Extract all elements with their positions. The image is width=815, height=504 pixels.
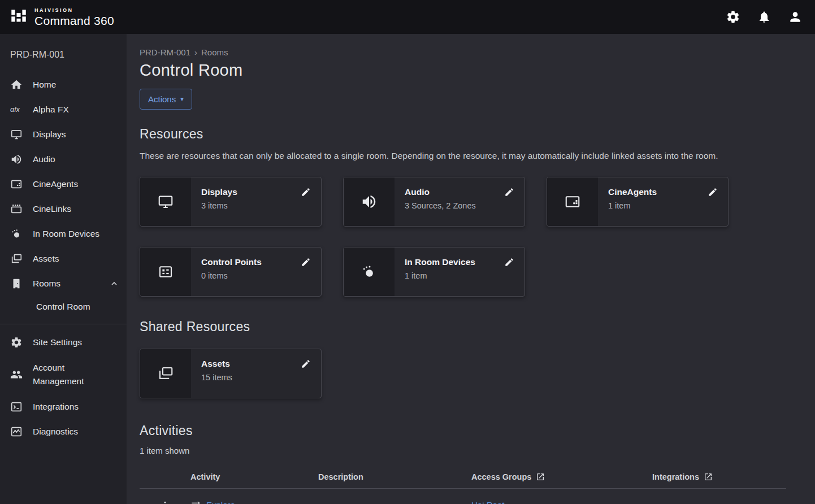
- card-title: Assets: [201, 359, 312, 369]
- activities-count: 1 item shown: [140, 446, 787, 455]
- edit-pencil-icon[interactable]: [503, 256, 515, 268]
- resource-card-audio: Audio 3 Sources, 2 Zones: [343, 177, 525, 227]
- shared-resources-heading: Shared Resources: [140, 319, 787, 334]
- sidebar-item-audio[interactable]: Audio: [0, 147, 127, 172]
- resource-card-cineagents: CineAgents 1 item: [547, 177, 729, 227]
- control-points-icon: [140, 247, 191, 296]
- resource-card-displays: Displays 3 items: [140, 177, 322, 227]
- column-activity: Activity: [190, 472, 318, 481]
- cell-activity: Explore: [190, 499, 318, 504]
- card-title: Control Points: [201, 257, 312, 267]
- card-subtitle: 0 items: [201, 271, 312, 280]
- breadcrumb-rooms[interactable]: Rooms: [201, 47, 228, 57]
- brand-command360: Command 360: [34, 14, 114, 27]
- assets-icon: [140, 349, 191, 398]
- users-icon: [10, 368, 23, 381]
- card-title: Audio: [405, 187, 515, 197]
- topbar-actions: [726, 10, 803, 24]
- sidebar-item-assets[interactable]: Assets: [0, 246, 127, 271]
- external-link-icon[interactable]: [704, 472, 713, 481]
- breadcrumb-site[interactable]: PRD-RM-001: [140, 47, 190, 57]
- in-room-devices-icon: [10, 228, 23, 240]
- sidebar-divider: [0, 324, 127, 324]
- sidebar-item-displays[interactable]: Displays: [0, 122, 127, 147]
- resources-card-grid: Displays 3 items Audio 3 Sources, 2 Zone…: [140, 177, 787, 297]
- display-icon: [140, 177, 191, 226]
- diagnostics-icon: [10, 425, 23, 438]
- explore-link[interactable]: Explore: [206, 500, 235, 504]
- activities-table: Activity Description Access Groups Integ…: [140, 465, 786, 504]
- card-title: In Room Devices: [405, 257, 515, 267]
- sidebar-item-cineagents[interactable]: CineAgents: [0, 172, 127, 197]
- edit-pencil-icon[interactable]: [300, 256, 312, 268]
- resource-card-control-points: Control Points 0 items: [140, 247, 322, 297]
- alpha-fx-icon: αfx: [10, 103, 23, 116]
- user-profile-icon[interactable]: [788, 10, 803, 24]
- column-access-groups: Access Groups: [471, 472, 652, 481]
- cell-access-groups: Hai Root: [471, 500, 652, 504]
- chevron-up-icon: [110, 279, 119, 288]
- sidebar-item-site-settings[interactable]: Site Settings: [0, 330, 127, 355]
- card-subtitle: 3 Sources, 2 Zones: [405, 201, 515, 210]
- audio-icon: [10, 153, 23, 166]
- caret-down-icon: ▾: [180, 96, 184, 102]
- page-title: Control Room: [140, 61, 787, 80]
- card-subtitle: 1 item: [608, 201, 719, 210]
- topbar: HAIVISION Command 360: [0, 0, 815, 34]
- kebab-menu-icon[interactable]: [158, 498, 172, 504]
- sidebar-item-rooms[interactable]: Rooms: [0, 271, 127, 296]
- card-title: CineAgents: [608, 187, 719, 197]
- sidebar-item-in-room-devices[interactable]: In Room Devices: [0, 221, 127, 246]
- edit-pencil-icon[interactable]: [503, 186, 515, 198]
- card-subtitle: 3 items: [201, 201, 312, 210]
- settings-gear-icon[interactable]: [726, 10, 740, 24]
- haivision-logo-icon: [9, 7, 28, 27]
- main-content: PRD-RM-001 › Rooms Control Room Actions …: [127, 34, 815, 504]
- sidebar-item-diagnostics[interactable]: Diagnostics: [0, 419, 127, 444]
- brand: HAIVISION Command 360: [9, 7, 114, 27]
- resources-heading: Resources: [140, 127, 787, 142]
- sidebar-subitem-control-room[interactable]: Control Room: [0, 296, 127, 319]
- sidebar-item-integrations[interactable]: Integrations: [0, 394, 127, 419]
- sidebar-site-name: PRD-RM-001: [0, 36, 127, 72]
- hai-root-link[interactable]: Hai Root: [471, 500, 504, 504]
- cineagents-icon: [547, 177, 598, 226]
- sidebar-item-alpha-fx[interactable]: αfx Alpha FX: [0, 97, 127, 122]
- shared-card-grid: Assets 15 items: [140, 349, 787, 398]
- terminal-icon: [10, 401, 23, 413]
- breadcrumb: PRD-RM-001 › Rooms: [140, 47, 787, 57]
- edit-pencil-icon[interactable]: [706, 186, 719, 198]
- edit-pencil-icon[interactable]: [300, 358, 312, 370]
- explore-activity-icon: [190, 499, 201, 504]
- in-room-devices-icon: [344, 247, 395, 296]
- activities-heading: Activities: [140, 423, 787, 438]
- cinelinks-icon: [10, 203, 23, 215]
- brand-haivision: HAIVISION: [34, 8, 114, 13]
- notifications-bell-icon[interactable]: [757, 10, 771, 24]
- cell-integrations: -: [652, 500, 786, 504]
- edit-pencil-icon[interactable]: [300, 186, 312, 198]
- sidebar-item-cinelinks[interactable]: CineLinks: [0, 197, 127, 221]
- sidebar-item-home[interactable]: Home: [0, 72, 127, 97]
- display-icon: [10, 128, 23, 141]
- column-description: Description: [318, 472, 471, 481]
- rooms-icon: [10, 277, 23, 290]
- activity-table-row: Explore - Hai Root -: [140, 489, 786, 504]
- resource-card-assets: Assets 15 items: [140, 349, 322, 398]
- home-icon: [10, 79, 23, 91]
- card-title: Displays: [201, 187, 312, 197]
- breadcrumb-separator: ›: [194, 47, 197, 57]
- card-subtitle: 15 items: [201, 373, 312, 382]
- external-link-icon[interactable]: [536, 472, 545, 481]
- card-subtitle: 1 item: [405, 271, 515, 280]
- actions-button[interactable]: Actions ▾: [140, 89, 192, 110]
- sidebar-item-account-management[interactable]: Account Management: [0, 355, 127, 394]
- activities-table-header: Activity Description Access Groups Integ…: [140, 465, 786, 489]
- assets-icon: [10, 253, 23, 265]
- gear-icon: [10, 336, 23, 349]
- sidebar: PRD-RM-001 Home αfx Alpha FX Displays Au…: [0, 34, 127, 504]
- cell-description: -: [318, 500, 471, 504]
- column-integrations: Integrations: [652, 472, 786, 481]
- resources-description: These are resources that can only be all…: [140, 149, 787, 162]
- audio-icon: [344, 177, 395, 226]
